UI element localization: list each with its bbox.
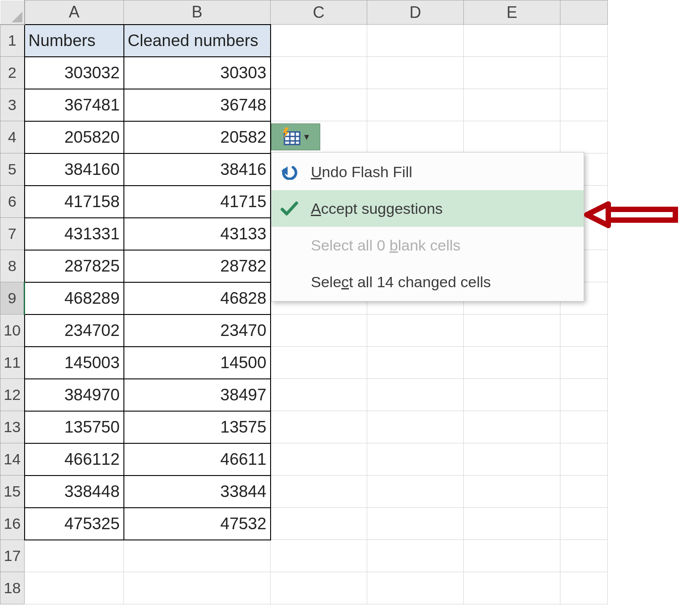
cell-C12[interactable] (271, 379, 367, 411)
cell-E17[interactable] (464, 540, 560, 572)
cell-A6[interactable]: 417158 (25, 186, 124, 218)
cell-C15[interactable] (271, 476, 367, 508)
cell-D12[interactable] (367, 379, 464, 411)
cell-D11[interactable] (367, 347, 464, 379)
cell-A1[interactable]: Numbers (25, 25, 124, 57)
select-all-corner[interactable] (0, 0, 25, 25)
cell-D4[interactable] (367, 121, 464, 153)
cell-F11[interactable] (560, 347, 608, 379)
cell-A7[interactable]: 431331 (25, 218, 124, 250)
col-header-F[interactable] (560, 0, 608, 25)
cell-D16[interactable] (367, 508, 464, 540)
cell-B13[interactable]: 13575 (124, 411, 271, 443)
cell-E14[interactable] (464, 443, 560, 476)
cell-B17[interactable] (124, 540, 271, 572)
cell-F16[interactable] (560, 508, 608, 540)
cell-F13[interactable] (560, 411, 608, 443)
cell-B1[interactable]: Cleaned numbers (124, 25, 271, 57)
cell-C3[interactable] (271, 89, 367, 121)
cell-A15[interactable]: 338448 (25, 476, 124, 508)
row-header-2[interactable]: 2 (0, 57, 25, 89)
cell-B3[interactable]: 36748 (124, 89, 271, 121)
col-header-C[interactable]: C (271, 0, 367, 25)
cell-B10[interactable]: 23470 (124, 314, 271, 347)
cell-C16[interactable] (271, 508, 367, 540)
col-header-A[interactable]: A (25, 0, 124, 25)
cell-A16[interactable]: 475325 (25, 508, 124, 540)
cell-F18[interactable] (560, 572, 608, 604)
cell-A5[interactable]: 384160 (25, 153, 124, 186)
cell-B14[interactable]: 46611 (124, 443, 271, 476)
cell-C10[interactable] (271, 314, 367, 347)
row-header-4[interactable]: 4 (0, 121, 25, 153)
cell-F10[interactable] (560, 314, 608, 347)
row-header-18[interactable]: 18 (0, 572, 25, 604)
cell-E13[interactable] (464, 411, 560, 443)
cell-A12[interactable]: 384970 (25, 379, 124, 411)
row-header-3[interactable]: 3 (0, 89, 25, 121)
cell-A2[interactable]: 303032 (25, 57, 124, 89)
cell-B7[interactable]: 43133 (124, 218, 271, 250)
row-header-14[interactable]: 14 (0, 443, 25, 476)
cell-B15[interactable]: 33844 (124, 476, 271, 508)
cell-F1[interactable] (560, 25, 608, 57)
row-header-11[interactable]: 11 (0, 347, 25, 379)
row-header-16[interactable]: 16 (0, 508, 25, 540)
cell-A17[interactable] (25, 540, 124, 572)
cell-F4[interactable] (560, 121, 608, 153)
row-header-6[interactable]: 6 (0, 186, 25, 218)
cell-E10[interactable] (464, 314, 560, 347)
row-header-1[interactable]: 1 (0, 25, 25, 57)
flash-fill-options-button[interactable]: ▾ (271, 123, 320, 150)
cell-C13[interactable] (271, 411, 367, 443)
cell-B4[interactable]: 20582 (124, 121, 271, 153)
cell-D18[interactable] (367, 572, 464, 604)
row-header-9[interactable]: 9 (0, 282, 25, 314)
cell-B6[interactable]: 41715 (124, 186, 271, 218)
cell-E1[interactable] (464, 25, 560, 57)
cell-F2[interactable] (560, 57, 608, 89)
cell-F3[interactable] (560, 89, 608, 121)
cell-A18[interactable] (25, 572, 124, 604)
cell-B9[interactable]: 46828 (124, 282, 271, 314)
cell-E12[interactable] (464, 379, 560, 411)
col-header-E[interactable]: E (464, 0, 560, 25)
menu-item-undo-flash-fill[interactable]: Undo Flash Fill (271, 153, 584, 190)
cell-D10[interactable] (367, 314, 464, 347)
cell-A3[interactable]: 367481 (25, 89, 124, 121)
menu-item-select-changed-cells[interactable]: Select all 14 changed cells (271, 263, 584, 300)
cell-E15[interactable] (464, 476, 560, 508)
cell-C2[interactable] (271, 57, 367, 89)
cell-A14[interactable]: 466112 (25, 443, 124, 476)
row-header-17[interactable]: 17 (0, 540, 25, 572)
cell-A10[interactable]: 234702 (25, 314, 124, 347)
cell-D15[interactable] (367, 476, 464, 508)
cell-D14[interactable] (367, 443, 464, 476)
cell-B2[interactable]: 30303 (124, 57, 271, 89)
cell-D17[interactable] (367, 540, 464, 572)
cell-B8[interactable]: 28782 (124, 250, 271, 282)
cell-E2[interactable] (464, 57, 560, 89)
cell-B11[interactable]: 14500 (124, 347, 271, 379)
row-header-12[interactable]: 12 (0, 379, 25, 411)
cell-B18[interactable] (124, 572, 271, 604)
cell-C14[interactable] (271, 443, 367, 476)
cell-F17[interactable] (560, 540, 608, 572)
cell-F15[interactable] (560, 476, 608, 508)
cell-E11[interactable] (464, 347, 560, 379)
cell-F12[interactable] (560, 379, 608, 411)
row-header-13[interactable]: 13 (0, 411, 25, 443)
menu-item-accept-suggestions[interactable]: Accept suggestions (271, 190, 584, 227)
cell-A9[interactable]: 468289 (25, 282, 124, 314)
cell-D13[interactable] (367, 411, 464, 443)
row-header-15[interactable]: 15 (0, 476, 25, 508)
row-header-7[interactable]: 7 (0, 218, 25, 250)
cell-B16[interactable]: 47532 (124, 508, 271, 540)
cell-D3[interactable] (367, 89, 464, 121)
cell-E3[interactable] (464, 89, 560, 121)
cell-A11[interactable]: 145003 (25, 347, 124, 379)
col-header-B[interactable]: B (124, 0, 271, 25)
cell-A4[interactable]: 205820 (25, 121, 124, 153)
row-header-8[interactable]: 8 (0, 250, 25, 282)
cell-D2[interactable] (367, 57, 464, 89)
